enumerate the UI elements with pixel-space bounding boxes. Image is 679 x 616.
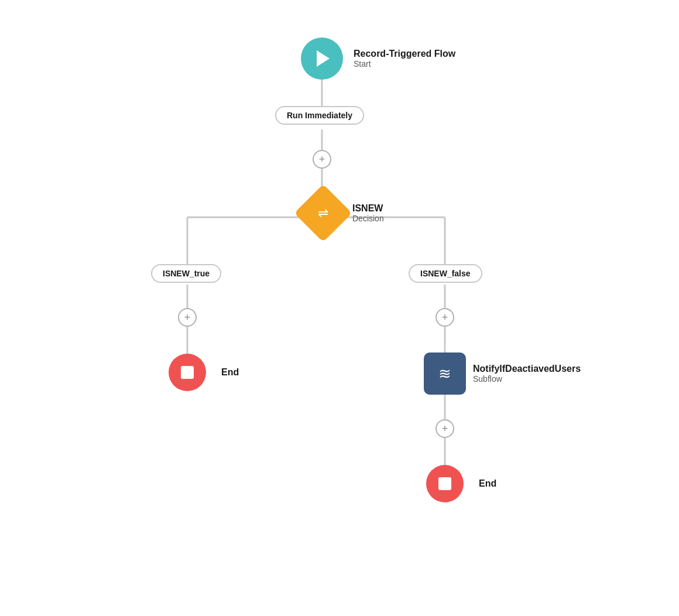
isnew-false-pill[interactable]: ISNEW_false bbox=[409, 264, 482, 283]
stop-icon-left bbox=[181, 366, 194, 379]
decision-node: ⇌ ISNEW Decision bbox=[300, 190, 347, 237]
run-immediately-pill[interactable]: Run Immediately bbox=[275, 106, 364, 125]
end-left-circle[interactable] bbox=[169, 354, 206, 391]
start-label: Record-Triggered Flow Start bbox=[354, 49, 455, 69]
stop-icon-right bbox=[438, 477, 451, 490]
end-left-node: End bbox=[169, 354, 206, 391]
wave-icon: ≋ bbox=[438, 366, 451, 381]
add-icon-right[interactable]: + bbox=[435, 308, 454, 327]
start-circle[interactable] bbox=[301, 37, 343, 80]
add-icon-subflow[interactable]: + bbox=[435, 419, 454, 438]
isnew-false-node: ISNEW_false bbox=[409, 264, 482, 283]
decision-icon: ⇌ bbox=[318, 206, 328, 221]
subflow-node: ≋ NotifyIfDeactiavedUsers Subflow bbox=[424, 353, 466, 395]
start-node: Record-Triggered Flow Start bbox=[301, 37, 343, 80]
decision-title: ISNEW bbox=[352, 203, 384, 214]
end-left-label: End bbox=[221, 367, 239, 378]
end-right-label: End bbox=[479, 478, 496, 489]
decision-label: ISNEW Decision bbox=[352, 203, 384, 223]
add-button-left[interactable]: + bbox=[178, 308, 197, 327]
subflow-box[interactable]: ≋ bbox=[424, 353, 466, 395]
play-icon bbox=[317, 50, 330, 67]
end-right-title: End bbox=[479, 478, 496, 489]
add-button-right[interactable]: + bbox=[435, 308, 454, 327]
end-left-title: End bbox=[221, 367, 239, 378]
isnew-true-node: ISNEW_true bbox=[151, 264, 221, 283]
start-title: Record-Triggered Flow bbox=[354, 49, 455, 59]
subflow-label: NotifyIfDeactiavedUsers Subflow bbox=[473, 364, 581, 384]
isnew-true-pill[interactable]: ISNEW_true bbox=[151, 264, 221, 283]
add-button-subflow[interactable]: + bbox=[435, 419, 454, 438]
run-immediately-node: Run Immediately bbox=[275, 106, 364, 125]
add-icon-1[interactable]: + bbox=[313, 150, 331, 169]
subflow-subtitle: Subflow bbox=[473, 374, 581, 384]
subflow-title: NotifyIfDeactiavedUsers bbox=[473, 364, 581, 374]
end-right-node: End bbox=[426, 465, 464, 502]
end-right-circle[interactable] bbox=[426, 465, 464, 502]
add-button-1[interactable]: + bbox=[313, 150, 331, 169]
add-icon-left[interactable]: + bbox=[178, 308, 197, 327]
decision-diamond[interactable]: ⇌ bbox=[300, 190, 347, 237]
decision-subtitle: Decision bbox=[352, 214, 384, 223]
start-subtitle: Start bbox=[354, 59, 455, 69]
